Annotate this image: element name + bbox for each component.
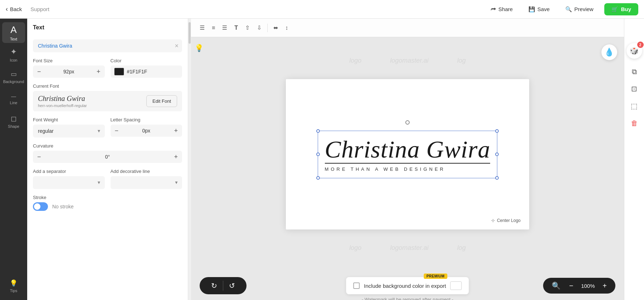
zoom-search-button[interactable]: 🔍 — [549, 279, 564, 292]
center-logo-button[interactable]: ⊹ Center Logo — [487, 216, 525, 225]
font-size-value: 92px — [45, 69, 92, 74]
bg-export-checkbox[interactable] — [353, 282, 360, 289]
copy-button[interactable]: ⧉ — [627, 64, 641, 79]
redo-button[interactable]: ↺ — [223, 279, 241, 293]
logo-underline — [325, 163, 491, 164]
flip-h-button[interactable]: ⬌ — [270, 22, 281, 33]
curvature-decrease[interactable]: − — [33, 151, 45, 163]
zoom-value: 100% — [579, 283, 597, 289]
back-button[interactable]: ‹ Back — [6, 5, 22, 13]
font-size-increase[interactable]: + — [92, 66, 105, 78]
bg-export-color-swatch[interactable] — [450, 281, 462, 290]
flip-v-button[interactable]: ↕ — [282, 23, 291, 33]
logo-canvas: Christina Gwira MORE THAN A WEB DESIGNER… — [286, 79, 529, 229]
letter-spacing-increase[interactable]: + — [170, 125, 182, 137]
support-link[interactable]: Support — [30, 6, 49, 12]
canvas-wrapper: logologomaster.ailog logomaster.ailogolo… — [191, 37, 624, 271]
share-button[interactable]: ⮫ Share — [486, 4, 518, 14]
logo-main-text: Christina Gwira — [325, 137, 491, 161]
separator-decorative-row: Add a separator Line Dot ▼ Add decorativ… — [33, 169, 182, 189]
align-right-button[interactable]: ☰ — [219, 22, 230, 33]
center-logo-icon: ⊹ — [491, 218, 495, 223]
letter-spacing-stepper: − 0px + — [111, 125, 182, 137]
undo-button[interactable]: ↻ — [205, 279, 223, 293]
zoom-in-button[interactable]: + — [600, 280, 610, 292]
bg-export-row: PREMIUM Include background color in expo… — [346, 277, 469, 294]
sidebar-item-shape[interactable]: ◻ Shape — [2, 111, 25, 132]
font-size-label: Font Size — [33, 58, 105, 63]
background-icon: ▭ — [11, 70, 17, 78]
letter-spacing-field: Letter Spacing − 0px + — [111, 117, 182, 137]
handle-bl[interactable] — [316, 176, 320, 180]
buy-label: Buy — [621, 6, 631, 12]
watermark-notice: - Watermark will be removed after paymen… — [362, 297, 453, 300]
text-edit-button[interactable]: T — [231, 23, 241, 33]
stroke-section: Stroke No stroke — [33, 195, 182, 211]
color-picker[interactable]: #1F1F1F — [111, 66, 182, 78]
valign-top-button[interactable]: ⇧ — [242, 22, 253, 33]
font-weight-select[interactable]: regular bold light — [36, 125, 97, 137]
undo-redo-controls: ↻ ↺ — [200, 277, 247, 294]
rotate-handle[interactable] — [405, 120, 410, 125]
color-hex-value: #1F1F1F — [127, 69, 147, 74]
handle-ml[interactable] — [316, 153, 320, 156]
share-label: Share — [498, 6, 513, 12]
curvature-increase[interactable]: + — [170, 151, 182, 163]
stroke-toggle[interactable] — [33, 202, 48, 211]
align-center-button[interactable]: ≡ — [209, 23, 218, 33]
topbar: ‹ Back Support ⮫ Share 💾 Save 🔍 Preview … — [0, 0, 644, 19]
bg-export-label: Include background color in export — [364, 283, 446, 289]
buy-button[interactable]: 🛒 Buy — [604, 3, 638, 15]
stroke-row: No stroke — [33, 202, 182, 211]
curvature-label: Curvature — [33, 143, 182, 149]
sidebar-item-tips[interactable]: 💡 Tips — [2, 276, 25, 296]
zoom-controls: 🔍 − 100% + — [543, 278, 615, 294]
text-icon: A — [10, 24, 16, 35]
logo-selection-container[interactable]: Christina Gwira MORE THAN A WEB DESIGNER — [318, 134, 498, 175]
water-droplet-button[interactable]: 💧 — [601, 44, 617, 60]
font-weight-label: Font Weight — [33, 117, 105, 122]
save-label: Save — [537, 6, 550, 12]
delete-button[interactable]: 🗑 — [627, 116, 641, 130]
panel-scrollbar-thumb — [189, 22, 191, 44]
line-icon: — — [11, 93, 16, 99]
font-size-field: Font Size − 92px + — [33, 58, 105, 78]
handle-tl[interactable] — [316, 129, 320, 133]
separator-chevron: ▼ — [97, 180, 101, 185]
color-field: Color #1F1F1F — [111, 58, 182, 78]
separator-select[interactable]: Line Dot — [36, 176, 97, 189]
stroke-label: Stroke — [33, 195, 182, 200]
share-icon: ⮫ — [491, 6, 496, 12]
layer-button[interactable]: ⊡ — [627, 82, 641, 96]
lightbulb-button[interactable]: 💡 — [195, 44, 204, 52]
handle-br[interactable] — [495, 176, 499, 180]
save-button[interactable]: 💾 Save — [523, 4, 555, 15]
sidebar-item-icon-label: Icon — [10, 58, 18, 62]
letter-spacing-decrease[interactable]: − — [111, 125, 123, 137]
text-input[interactable] — [36, 39, 175, 52]
text-clear-button[interactable]: × — [175, 43, 179, 49]
valign-bottom-button[interactable]: ⇩ — [254, 22, 264, 33]
sidebar-item-icon[interactable]: ✦ Icon — [2, 44, 25, 65]
zoom-out-button[interactable]: − — [566, 280, 576, 292]
logo-sub-text: MORE THAN A WEB DESIGNER — [325, 166, 491, 172]
handle-mr[interactable] — [495, 153, 499, 156]
sidebar-item-shape-label: Shape — [8, 124, 19, 129]
sidebar-item-line-label: Line — [10, 101, 18, 105]
handle-tr[interactable] — [495, 129, 499, 133]
select-button[interactable]: ⬚ — [627, 99, 641, 113]
align-left-button[interactable]: ☰ — [197, 22, 208, 33]
back-arrow-icon: ‹ — [6, 5, 8, 13]
text-input-row: × — [33, 39, 182, 52]
sidebar-item-line[interactable]: — Line — [2, 89, 25, 110]
edit-font-button[interactable]: Edit Font — [146, 95, 177, 107]
sidebar-item-background[interactable]: ▭ Background — [2, 67, 25, 87]
layer-icon: ⊡ — [631, 84, 637, 93]
decorative-select[interactable]: Style 1 Style 2 — [114, 176, 175, 189]
panel-scrollbar[interactable] — [188, 19, 191, 300]
canvas-toolbar: ☰ ≡ ☰ T ⇧ ⇩ ⬌ ↕ — [191, 19, 624, 37]
preview-button[interactable]: 🔍 Preview — [560, 4, 598, 15]
sidebar-item-text[interactable]: A Text — [2, 22, 25, 43]
font-size-decrease[interactable]: − — [33, 66, 45, 78]
font-size-stepper: − 92px + — [33, 66, 105, 78]
